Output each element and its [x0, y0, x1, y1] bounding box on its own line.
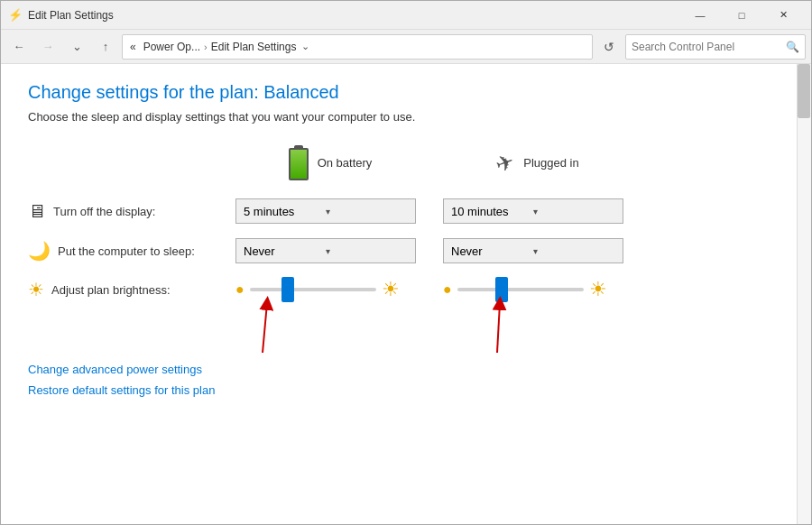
dropdown-arrow-icon: ▾ — [326, 207, 408, 216]
up-button[interactable]: ↑ — [93, 34, 118, 60]
addressbar: ← → ⌄ ↑ « Power Op... › Edit Plan Settin… — [1, 30, 811, 64]
brightness-icon: ☀ — [28, 279, 44, 300]
col-header-empty — [28, 145, 226, 191]
page-description: Choose the sleep and display settings th… — [28, 110, 784, 124]
restore-defaults-link[interactable]: Restore default settings for this plan — [28, 383, 784, 397]
col-battery-label: On battery — [318, 156, 373, 170]
sleep-battery-cell: Never ▾ — [226, 231, 434, 271]
sun-large-icon-battery: ☀ — [382, 278, 400, 301]
sleep-plugged-cell: Never ▾ — [434, 231, 641, 271]
window-icon: ⚡ — [8, 8, 23, 23]
dropdown-arrow-icon2: ▾ — [533, 207, 615, 216]
breadcrumb-dropdown-icon[interactable]: ⌄ — [301, 41, 309, 52]
col-plugged-label: Plugged in — [523, 156, 578, 170]
sun-small-icon-plugged: ● — [443, 281, 452, 298]
sun-large-icon-plugged: ☀ — [589, 278, 607, 301]
page-title: Change settings for the plan: Balanced — [28, 82, 784, 103]
brightness-label: ☀ Adjust plan brightness: — [28, 271, 226, 309]
monitor-icon: 🖥 — [28, 201, 46, 222]
turn-off-display-label: 🖥 Turn off the display: — [28, 191, 226, 231]
sun-small-icon-battery: ● — [235, 281, 245, 298]
turn-off-display-battery-cell: 5 minutes ▾ — [226, 191, 434, 231]
brightness-battery-slider-track — [250, 288, 376, 291]
turn-off-display-battery-value: 5 minutes — [244, 205, 326, 218]
turn-off-display-plugged-value: 10 minutes — [451, 205, 533, 218]
titlebar-title: Edit Plan Settings — [28, 9, 679, 22]
battery-icon — [289, 145, 309, 180]
bottom-links: Change advanced power settings Restore d… — [28, 363, 784, 397]
sleep-icon: 🌙 — [28, 240, 51, 262]
breadcrumb-bar[interactable]: « Power Op... › Edit Plan Settings ⌄ — [122, 34, 593, 60]
sleep-plugged-value: Never — [451, 244, 533, 258]
change-advanced-link[interactable]: Change advanced power settings — [28, 363, 784, 376]
titlebar-controls: — □ ✕ — [679, 1, 804, 30]
sleep-battery-value: Never — [244, 244, 326, 258]
col-header-battery: On battery — [226, 145, 434, 191]
refresh-button[interactable]: ↺ — [596, 34, 622, 60]
dropdown-arrow-icon4: ▾ — [533, 246, 615, 256]
brightness-battery-slider-cell: ● ☀ — [226, 271, 434, 309]
breadcrumb-prefix: « — [130, 41, 136, 53]
minimize-button[interactable]: — — [679, 1, 721, 30]
main-content: Change settings for the plan: Balanced C… — [1, 64, 811, 525]
sleep-label: 🌙 Put the computer to sleep: — [28, 231, 226, 271]
sleep-plugged-dropdown[interactable]: Never ▾ — [443, 238, 623, 263]
breadcrumb-parent[interactable]: Power Op... — [143, 41, 200, 53]
dropdown-nav-button[interactable]: ⌄ — [64, 34, 89, 60]
scrollbar-thumb[interactable] — [798, 64, 810, 118]
close-button[interactable]: ✕ — [762, 1, 804, 30]
breadcrumb-current: Edit Plan Settings — [211, 41, 297, 53]
forward-button[interactable]: → — [35, 34, 60, 60]
search-input[interactable] — [632, 41, 786, 53]
search-icon: 🔍 — [786, 41, 799, 53]
scrollbar-track[interactable] — [797, 64, 811, 525]
plug-icon: ✈ — [493, 148, 518, 178]
dropdown-arrow-icon3: ▾ — [326, 246, 408, 256]
turn-off-display-plugged-dropdown[interactable]: 10 minutes ▾ — [443, 198, 623, 224]
back-button[interactable]: ← — [6, 34, 32, 60]
brightness-plugged-slider-cell: ● ☀ — [434, 271, 641, 309]
brightness-plugged-slider-track — [457, 288, 584, 291]
sleep-battery-dropdown[interactable]: Never ▾ — [235, 238, 416, 263]
settings-grid: On battery ✈ Plugged in 🖥 Turn off the d… — [28, 145, 766, 309]
breadcrumb-separator: › — [204, 41, 208, 52]
turn-off-display-plugged-cell: 10 minutes ▾ — [434, 191, 641, 231]
brightness-battery-slider-thumb[interactable] — [281, 277, 294, 302]
maximize-button[interactable]: □ — [721, 1, 762, 30]
col-header-plugged: ✈ Plugged in — [434, 145, 641, 191]
turn-off-display-battery-dropdown[interactable]: 5 minutes ▾ — [235, 198, 416, 224]
titlebar: ⚡ Edit Plan Settings — □ ✕ — [1, 1, 811, 30]
search-box[interactable]: 🔍 — [625, 34, 806, 60]
brightness-plugged-slider-thumb[interactable] — [495, 277, 508, 302]
